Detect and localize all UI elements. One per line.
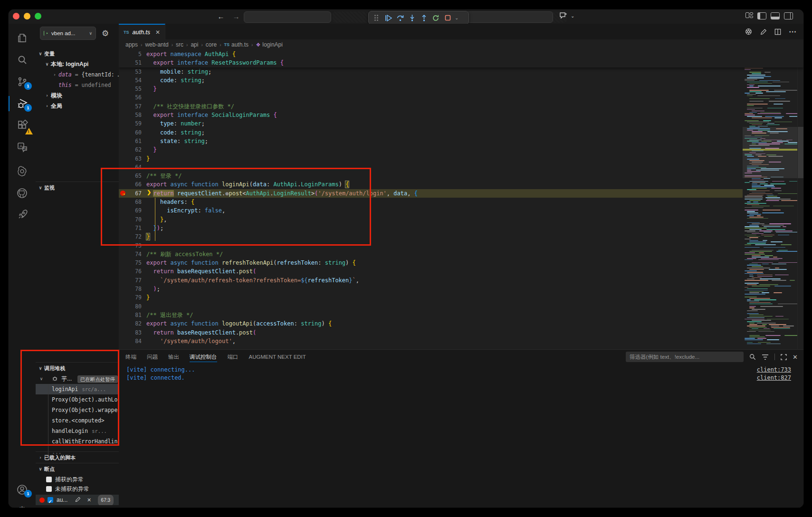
breakpoint-row[interactable]: au... ✕ 67:3 [36, 495, 119, 505]
variable-data[interactable]: ›data = {tenantId: … [36, 69, 119, 80]
panel-tab-终端[interactable]: 终端 [125, 350, 136, 364]
sidebar-item-github[interactable] [9, 182, 36, 203]
code-line-53[interactable]: 53 mobile: string; [119, 67, 743, 76]
gutter[interactable] [119, 93, 129, 102]
code-line-59[interactable]: 59 type: number; [119, 119, 743, 128]
overview-ruler[interactable] [797, 50, 803, 349]
breadcrumb-item[interactable]: core [206, 41, 217, 48]
breadcrumb-item[interactable]: web-antd [145, 41, 168, 48]
traffic-close[interactable] [13, 13, 19, 19]
gutter[interactable] [119, 267, 129, 276]
gear-icon[interactable]: ⚙ [102, 29, 109, 38]
code-line-80[interactable]: 80 [119, 302, 743, 311]
panel-tab-AUGMENT NEXT EDIT[interactable]: AUGMENT NEXT EDIT [249, 350, 306, 364]
debug-filter-input[interactable]: 筛选器(例如 text、!exclude... [626, 352, 744, 362]
drag-handle-icon[interactable] [372, 13, 381, 23]
search-icon[interactable] [749, 354, 756, 360]
step-into-icon[interactable] [407, 13, 417, 23]
minimap[interactable] [743, 50, 797, 349]
account-button[interactable]: 1 [9, 479, 36, 500]
forward-arrow-icon[interactable]: → [231, 11, 241, 22]
checkbox-unchecked-icon[interactable] [46, 486, 52, 492]
code-line-58[interactable]: 58 export interface SocialLoginParams { [119, 111, 743, 119]
pencil-icon[interactable] [75, 497, 81, 502]
debug-console-output[interactable]: [vite] connecting...[vite] connected. [126, 366, 195, 382]
section-loaded-scripts[interactable]: ›已载入的脚本 [36, 452, 119, 463]
toggle-primary-sidebar-icon[interactable] [757, 12, 766, 19]
code-line-57[interactable]: 57 /** 社交快捷登录接口参数 */ [119, 102, 743, 111]
breadcrumb-item[interactable]: api [191, 41, 198, 48]
settings-button[interactable]: ⚙ [9, 500, 36, 507]
section-event-listener-breakpoints[interactable]: ›EVENT LISTENER BREAK... [36, 505, 119, 507]
variables-scope[interactable]: ∨本地: loginApi [36, 59, 119, 69]
continue-icon[interactable] [383, 13, 393, 23]
step-out-icon[interactable] [419, 13, 429, 23]
sidebar-item-i18n[interactable]: A文 [9, 137, 36, 158]
close-icon[interactable]: ✕ [87, 497, 91, 503]
back-arrow-icon[interactable]: ← [216, 11, 226, 22]
code-line-84[interactable]: 84 '/system/auth/logout', [119, 337, 743, 345]
code-line-77[interactable]: 77 `/system/auth/refresh-token?refreshTo… [119, 276, 743, 285]
variables-modules[interactable]: ›模块 [36, 90, 119, 101]
scrollbar-slider[interactable] [798, 127, 803, 178]
gutter[interactable] [119, 311, 129, 319]
tab-auth-ts[interactable]: TS auth.ts ✕ [119, 24, 165, 40]
stop-icon[interactable] [443, 13, 452, 23]
play-icon[interactable] [44, 31, 48, 36]
openai-icon[interactable] [745, 28, 753, 36]
traffic-minimize[interactable] [24, 13, 30, 19]
breadcrumb-item[interactable]: src [176, 41, 183, 48]
gutter[interactable] [119, 293, 129, 302]
checkbox-checked-icon[interactable] [48, 497, 53, 503]
gutter[interactable] [119, 250, 129, 258]
gutter[interactable] [119, 102, 129, 111]
code-line-62[interactable]: 62 } [119, 145, 743, 154]
code-line-83[interactable]: 83 return baseRequestClient.post( [119, 328, 743, 337]
launch-config-dropdown[interactable]: vben ad... ∨ [40, 27, 96, 40]
code-line-82[interactable]: 82export async function logoutApi(access… [119, 319, 743, 328]
breadcrumb-item[interactable]: auth.ts [231, 41, 248, 48]
code-line-79[interactable]: 79} [119, 293, 743, 302]
split-editor-icon[interactable] [774, 29, 781, 35]
code-line-76[interactable]: 76 return baseRequestClient.post( [119, 267, 743, 276]
breadcrumb-item[interactable]: apps [125, 41, 138, 48]
sidebar-item-extensions[interactable] [9, 115, 36, 136]
command-center-left[interactable] [244, 11, 331, 23]
sidebar-item-search[interactable] [9, 49, 36, 70]
filter-icon[interactable] [762, 354, 769, 360]
code-line-63[interactable]: 63} [119, 154, 743, 163]
gutter[interactable] [119, 67, 129, 76]
maximize-panel-icon[interactable] [781, 354, 787, 360]
toggle-panel-icon[interactable] [771, 12, 780, 19]
console-source-link[interactable]: client:827 [757, 374, 791, 382]
variables-globals[interactable]: ›全局 [36, 101, 119, 111]
chat-button[interactable]: ⌄ [559, 12, 574, 19]
gutter[interactable] [119, 328, 129, 337]
ellipsis-icon[interactable]: ⋯ [789, 27, 797, 36]
section-variables[interactable]: ∨变量 [36, 48, 119, 59]
section-breakpoints[interactable]: ∨断点 [36, 464, 119, 474]
gutter[interactable] [119, 258, 129, 267]
gutter[interactable] [119, 145, 129, 154]
caught-exceptions-row[interactable]: 捕获的异常 [36, 474, 119, 485]
minimap-slider[interactable] [743, 127, 797, 178]
sidebar-item-source-control[interactable]: 1 [9, 71, 36, 92]
panel-tab-输出[interactable]: 输出 [168, 350, 179, 364]
code-line-81[interactable]: 81/** 退出登录 */ [119, 311, 743, 319]
gutter[interactable] [119, 276, 129, 285]
close-icon[interactable]: ✕ [155, 29, 160, 36]
sidebar-item-rocket[interactable] [9, 204, 36, 225]
gutter[interactable] [119, 302, 129, 311]
gutter[interactable] [119, 137, 129, 145]
gutter[interactable] [119, 58, 129, 67]
gutter[interactable] [119, 154, 129, 163]
gutter[interactable] [119, 119, 129, 128]
panel-tab-调试控制台[interactable]: 调试控制台 [190, 350, 217, 364]
chevron-down-icon[interactable]: ⌄ [455, 15, 459, 20]
code-line-75[interactable]: 75export async function refreshTokenApi(… [119, 258, 743, 267]
code-line-51[interactable]: 51 export interface ResetPasswordParams … [119, 58, 803, 67]
code-line-78[interactable]: 78 ); [119, 285, 743, 293]
code-line-54[interactable]: 54 code: string; [119, 76, 743, 85]
checkbox-unchecked-icon[interactable] [46, 477, 52, 482]
customize-layout-icon[interactable] [745, 12, 753, 19]
